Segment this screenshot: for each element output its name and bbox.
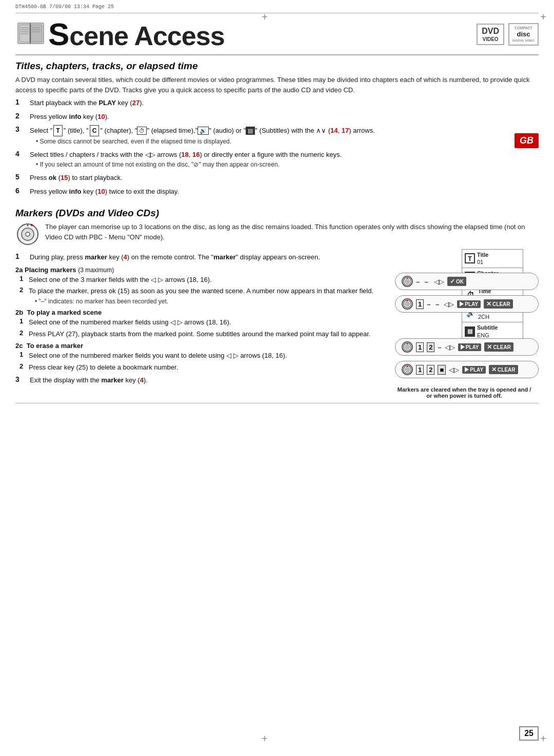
step-6-ref: 10 — [97, 188, 105, 195]
step-2a-sub2: 2 To place the marker, press ok (15) as … — [19, 286, 387, 305]
ok-key-ref: ok — [49, 174, 56, 181]
markers-step-1-content: During play, press marker key (4) on the… — [30, 252, 387, 262]
svg-point-18 — [407, 277, 408, 278]
step-5-ref: 15 — [61, 174, 68, 181]
svg-point-26 — [407, 343, 408, 344]
display2-1: 1 — [416, 299, 424, 309]
info-key-ref2: info — [69, 188, 82, 195]
step-2c-sub1: 1 Select one of the numbered marker fiel… — [19, 351, 387, 361]
step-2b-label: 2b To play a marked scene — [15, 309, 387, 316]
step-2a-label: 2a Placing markers (3 maximum) — [15, 266, 387, 274]
markers-step-1-ref: 4 — [124, 253, 127, 261]
marker-display-2: 1 – – ◁▷ PLAY ✕CLEAR — [395, 295, 539, 313]
ref-18c: 18 — [264, 352, 271, 359]
step-6-num: 6 — [15, 187, 30, 195]
svg-point-17 — [406, 280, 408, 282]
clear-key-2c: clear — [48, 363, 62, 371]
ref-25c: 25 — [78, 363, 86, 371]
step-6-content: Press yellow info key (10) twice to exit… — [30, 187, 539, 197]
svg-point-29 — [406, 369, 408, 370]
display1-ok: ✓OK — [447, 277, 466, 286]
svg-point-13 — [26, 232, 30, 236]
crosshair-top: + — [262, 11, 268, 23]
compact-text: COMPACT — [512, 26, 535, 30]
step-3-content: Select "T" (title), "C" (chapter), "⏱" (… — [30, 125, 539, 146]
clock-icon-inline: ⏱ — [137, 127, 147, 135]
step-2c-sub1-num: 1 — [19, 351, 29, 361]
step-2c-label: 2c To erase a marker — [15, 342, 387, 350]
info-key-ref: info — [69, 113, 82, 120]
markers-intro-area: The player can memorise up to 3 location… — [15, 222, 539, 248]
marker-display-3: 1 2 – ◁▷ PLAY ✕CLEAR — [395, 338, 539, 356]
spacer-between-displays — [395, 318, 539, 333]
step-2b-title: To play a marked scene — [27, 309, 102, 316]
ref-16a: 16 — [200, 276, 207, 283]
step-4-ref1: 18 — [181, 151, 188, 158]
header-meta: DTH4500-GB 7/09/00 13:34 Page 25 — [0, 0, 554, 10]
cd-circle-1 — [402, 276, 413, 287]
step-4: 4 Select titles / chapters / tracks with… — [15, 150, 539, 169]
markers-step-1: 1 During play, press marker key (4) on t… — [15, 252, 387, 262]
step-4-ref2: 16 — [192, 151, 200, 158]
ref-18a: 18 — [189, 276, 196, 283]
display3-2: 2 — [427, 342, 434, 352]
step-2a-sub1: 1 Select one of the 3 marker fields with… — [19, 275, 387, 285]
step-3-num: 3 — [15, 125, 30, 133]
marker-display-4: 1 2 ■ ◁▷ PLAY ✕CLEAR — [395, 361, 539, 378]
svg-rect-2 — [31, 25, 42, 42]
section2-intro: The player can memorise up to 3 location… — [45, 222, 539, 242]
t-icon-inline: T — [53, 125, 62, 136]
step-2: 2 Press yellow info key (10). — [15, 112, 539, 122]
display3-play: PLAY — [458, 343, 482, 351]
cd-circle-4 — [402, 364, 413, 375]
title-rule — [15, 54, 539, 55]
marker-key-ref1b: marker — [213, 253, 235, 261]
crosshair-bottom-right: + — [540, 733, 546, 745]
display2-arrows: ◁▷ — [444, 300, 454, 308]
display4-block: ■ — [438, 365, 446, 375]
step-2b-sub1-num: 1 — [19, 317, 29, 328]
markers-step-1-num: 1 — [15, 252, 30, 260]
page-title: Scene Access — [48, 18, 225, 50]
step-2c-substeps: 1 Select one of the numbered marker fiel… — [19, 351, 387, 372]
ref-27b: 27 — [68, 330, 75, 338]
section2: Markers (DVDs and Video CDs) The player … — [15, 208, 539, 399]
step-2a-substeps: 1 Select one of the 3 marker fields with… — [19, 275, 387, 306]
crosshair-top-right: + — [540, 11, 546, 23]
page-number: 25 — [519, 726, 539, 741]
digital-video-text: DIGITAL VIDEO — [512, 39, 535, 43]
step-2c-sub1-text: Select one of the numbered marker fields… — [29, 351, 387, 361]
step-3-bullet: • Some discs cannot be searched, even if… — [36, 137, 539, 146]
step-5-num: 5 — [15, 173, 30, 181]
step-2b-sub1: 1 Select one of the numbered marker fiel… — [19, 317, 387, 328]
step-5: 5 Press ok (15) to start playback. — [15, 173, 539, 183]
markers-two-col: 1 During play, press marker key (4) on t… — [15, 252, 539, 399]
play-key-2b: PLAY — [48, 330, 64, 338]
section1-layout: 1 Start playback with the PLAY key (27).… — [15, 98, 539, 200]
section1-header: Titles, chapters, tracks, or elapsed tim… — [15, 60, 539, 72]
svg-point-14 — [31, 224, 33, 226]
page-container: + + + + DTH4500-GB 7/09/00 13:34 Page 25 — [0, 0, 554, 756]
main-content: Titles, chapters, tracks, or elapsed tim… — [0, 60, 554, 399]
step-2a-sub1-num: 1 — [19, 275, 29, 285]
ok-key-2a: ok — [109, 287, 116, 295]
dvd-text: DVD — [482, 26, 499, 36]
display2-play: PLAY — [457, 300, 481, 308]
step-2c-sub2: 2 Press clear key (25) to delete a bookm… — [19, 362, 387, 373]
step-2a-sub1-text: Select one of the 3 marker fields with t… — [29, 275, 387, 285]
step-2c-sub2-text: Press clear key (25) to delete a bookmar… — [29, 362, 387, 373]
marker-key-ref1: marker — [85, 253, 107, 261]
svg-point-22 — [407, 300, 408, 301]
step-2b-sub2-num: 2 — [19, 329, 29, 339]
ref-18b: 18 — [208, 318, 215, 326]
step-1-ref: 27 — [132, 99, 140, 107]
ref-16c: 16 — [275, 352, 283, 359]
markers-step-3-ref: 4 — [140, 376, 144, 384]
markers-right-col: – – ◁▷ ✓OK — [395, 252, 539, 399]
step-2a-sub2-num: 2 — [19, 286, 29, 305]
cd-circle-3 — [402, 341, 413, 353]
display2-dashes: – – — [427, 300, 441, 308]
section1-steps-col: 1 Start playback with the PLAY key (27).… — [15, 98, 539, 200]
step-2c-sub2-num: 2 — [19, 362, 29, 373]
step-1-content: Start playback with the PLAY key (27). — [30, 98, 539, 108]
